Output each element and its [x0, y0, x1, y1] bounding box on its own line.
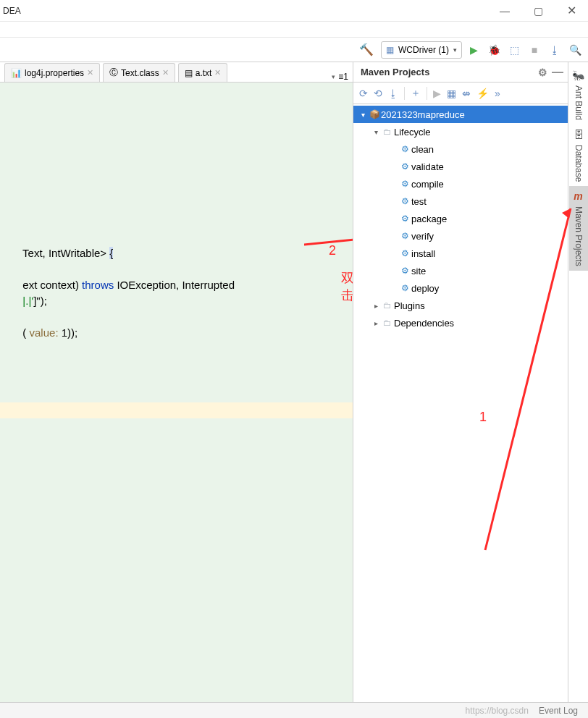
gear-icon: ⚙	[398, 179, 411, 189]
goal-label: install	[411, 248, 435, 259]
annotation-2: 2	[329, 243, 336, 258]
goal-install[interactable]: ⚙install	[353, 245, 568, 262]
tab-switcher[interactable]: ▾ ≡1	[332, 72, 348, 82]
code-line-2: ext context) throws IOException, Interru…	[22, 279, 235, 291]
chevron-right-icon: ▸	[371, 302, 381, 310]
search-button[interactable]: 🔍	[566, 41, 584, 59]
gear-icon: ⚙	[398, 196, 411, 206]
chevron-down-icon: ▾	[332, 73, 335, 80]
sidebar-tab-label: Maven Projects	[574, 206, 584, 266]
goal-clean[interactable]: ⚙clean	[353, 140, 568, 158]
minimize-panel-icon[interactable]: —	[552, 66, 563, 79]
tab-a-txt[interactable]: ▤ a.txt ✕	[178, 63, 228, 82]
lifecycle-node[interactable]: ▾ 🗀 Lifecycle	[353, 123, 568, 140]
goal-label: clean	[411, 144, 434, 155]
gear-icon[interactable]: ⚙	[538, 67, 547, 78]
sidebar-tab-label: Database	[574, 145, 584, 182]
more-icon[interactable]: »	[495, 88, 500, 99]
gear-icon: ⚙	[398, 144, 411, 154]
tab-label: a.txt	[196, 68, 212, 78]
toggle-offline-icon[interactable]: ⇎	[462, 88, 471, 99]
download-icon[interactable]: ⭳	[388, 88, 398, 99]
goal-verify[interactable]: ⚙verify	[353, 227, 568, 245]
goal-label: deploy	[411, 283, 439, 294]
reimport-icon[interactable]: ⟳	[359, 88, 368, 99]
gear-icon: ⚙	[398, 248, 411, 258]
update-button[interactable]: ⭳	[546, 41, 563, 59]
tab-label: log4j.properties	[25, 68, 84, 78]
close-icon[interactable]: ✕	[214, 68, 221, 77]
sidebar-tab-database[interactable]: 🗄 Database	[569, 124, 588, 186]
close-icon[interactable]: ✕	[162, 68, 169, 77]
code-line-4: ( value: 1));	[22, 326, 77, 339]
maven-project-node[interactable]: ▾ 📦 2021323mapreduce	[353, 106, 568, 123]
run-goal-icon[interactable]: ▶	[433, 88, 441, 99]
ant-icon: 🐜	[572, 69, 584, 81]
folder-icon: 🗀	[381, 127, 394, 137]
maven-project-name: 2021323mapreduce	[381, 109, 465, 120]
code-line-1: Text, IntWritable> {	[22, 247, 113, 259]
plugins-label: Plugins	[394, 300, 425, 311]
chevron-down-icon: ▾	[453, 46, 457, 54]
run-config-icon: ▦	[386, 45, 394, 55]
class-icon: Ⓒ	[109, 67, 118, 79]
run-config-label: WCDriver (1)	[398, 45, 449, 55]
build-icon[interactable]: 🔨	[359, 43, 374, 56]
plugins-node[interactable]: ▸ 🗀 Plugins	[353, 297, 568, 314]
debug-button[interactable]: 🐞	[485, 41, 503, 59]
sidebar-tab-label: Ant Build	[574, 85, 584, 120]
goal-validate[interactable]: ⚙validate	[353, 158, 568, 175]
gear-icon: ⚙	[398, 214, 411, 224]
run-config-dropdown[interactable]: ▦ WCDriver (1) ▾	[381, 41, 462, 59]
lifecycle-label: Lifecycle	[394, 127, 431, 138]
maven-module-icon: 📦	[368, 109, 381, 119]
goal-compile[interactable]: ⚙compile	[353, 175, 568, 193]
goal-label: compile	[411, 179, 444, 190]
stop-button[interactable]: ■	[526, 41, 543, 59]
text-file-icon: ▤	[185, 68, 193, 78]
sidebar-tab-maven-projects[interactable]: m Maven Projects	[569, 186, 588, 271]
tab-log4j-properties[interactable]: 📊 log4j.properties ✕	[4, 63, 100, 82]
tab-label: Text.class	[121, 68, 159, 78]
goal-label: verify	[411, 231, 434, 242]
folder-icon: 🗀	[381, 300, 394, 311]
maximize-button[interactable]: ▢	[521, 0, 555, 22]
add-icon[interactable]: ＋	[411, 87, 421, 100]
goal-test[interactable]: ⚙test	[353, 193, 568, 210]
chevron-right-icon: ▸	[371, 319, 381, 327]
annotation-doubleclick: 双击	[341, 269, 353, 304]
gear-icon: ⚙	[398, 283, 411, 293]
code-editor[interactable]: Text, IntWritable> { ext context) throws…	[0, 83, 353, 718]
goal-label: package	[411, 214, 447, 224]
minimize-button[interactable]: —	[488, 0, 521, 22]
close-icon[interactable]: ✕	[87, 68, 93, 77]
maven-panel-title: Maven Projects	[361, 67, 429, 77]
skip-tests-icon[interactable]: ⚡	[476, 88, 489, 99]
annotation-1: 1	[479, 410, 487, 425]
generate-sources-icon[interactable]: ⟲	[374, 88, 382, 99]
gear-icon: ⚙	[398, 231, 411, 241]
execute-maven-icon[interactable]: ▦	[447, 88, 456, 99]
dependencies-label: Dependencies	[394, 318, 454, 329]
goal-label: site	[411, 266, 426, 276]
goal-package[interactable]: ⚙package	[353, 210, 568, 227]
close-button[interactable]: ✕	[555, 0, 588, 22]
goal-deploy[interactable]: ⚙deploy	[353, 279, 568, 297]
dependencies-node[interactable]: ▸ 🗀 Dependencies	[353, 314, 568, 331]
run-button[interactable]: ▶	[465, 41, 482, 59]
app-title: DEA	[0, 6, 488, 16]
coverage-button[interactable]: ⬚	[505, 41, 523, 59]
properties-icon: 📊	[11, 68, 22, 78]
tab-text-class[interactable]: Ⓒ Text.class ✕	[103, 63, 175, 82]
goal-site[interactable]: ⚙site	[353, 262, 568, 279]
main-menu-bar[interactable]	[0, 22, 588, 38]
maven-icon: m	[574, 190, 582, 202]
sidebar-tab-ant-build[interactable]: 🐜 Ant Build	[569, 65, 588, 124]
chevron-down-icon: ▾	[358, 111, 368, 119]
goal-label: validate	[411, 161, 444, 172]
event-log-button[interactable]: Event Log	[539, 706, 578, 716]
code-line-3: |.|']");	[22, 295, 46, 307]
folder-icon: 🗀	[381, 318, 394, 328]
tab-switch-label: ≡1	[338, 72, 348, 82]
gear-icon: ⚙	[398, 266, 411, 276]
